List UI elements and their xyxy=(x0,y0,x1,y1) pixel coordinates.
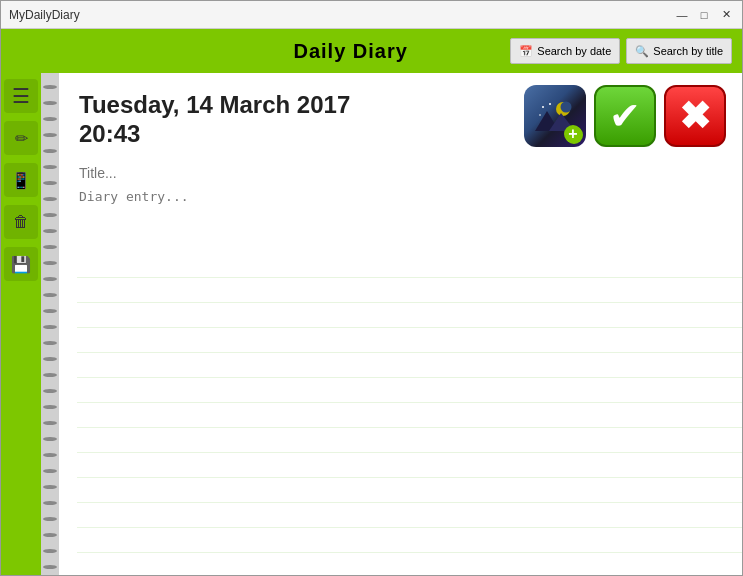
close-button[interactable]: ✕ xyxy=(718,7,734,23)
spiral-ring xyxy=(43,469,57,473)
spiral-ring xyxy=(43,485,57,489)
ruled-lines xyxy=(77,253,742,575)
spiral-ring xyxy=(43,165,57,169)
notebook: + ✔ ✖ Tuesday, 14 March 2017 20:43 xyxy=(41,73,742,575)
svg-point-6 xyxy=(549,103,551,105)
phone-icon: 📱 xyxy=(11,171,31,190)
minimize-button[interactable]: — xyxy=(674,7,690,23)
app-name-label: Daily Diary xyxy=(293,40,407,63)
spiral-ring xyxy=(43,501,57,505)
sidebar-trash-button[interactable]: 🗑 xyxy=(4,205,38,239)
sidebar-menu-button[interactable]: ☰ xyxy=(4,79,38,113)
title-input[interactable] xyxy=(79,165,722,181)
maximize-button[interactable]: □ xyxy=(696,7,712,23)
checkmark-icon: ✔ xyxy=(609,97,641,135)
sidebar-phone-button[interactable]: 📱 xyxy=(4,163,38,197)
titlebar: MyDailyDiary — □ ✕ xyxy=(1,1,742,29)
action-icons: + ✔ ✖ xyxy=(524,85,726,147)
photo-icon-inner: + xyxy=(524,85,586,147)
sidebar: ☰ ✏ 📱 🗑 💾 xyxy=(1,73,41,575)
app-title: MyDailyDiary xyxy=(9,8,80,22)
hamburger-icon: ☰ xyxy=(12,84,30,108)
spiral-ring xyxy=(43,421,57,425)
spiral-ring xyxy=(43,389,57,393)
sidebar-save-button[interactable]: 💾 xyxy=(4,247,38,281)
trash-icon: 🗑 xyxy=(13,213,29,231)
svg-point-2 xyxy=(561,102,572,113)
add-photo-button[interactable]: + xyxy=(524,85,586,147)
plus-badge: + xyxy=(565,126,583,144)
search-by-date-button[interactable]: 📅 Search by date xyxy=(510,38,620,64)
spiral-ring xyxy=(43,181,57,185)
spiral-ring xyxy=(43,357,57,361)
save-icon: 💾 xyxy=(11,255,31,274)
window-controls: — □ ✕ xyxy=(674,7,734,23)
diary-page: + ✔ ✖ Tuesday, 14 March 2017 20:43 xyxy=(59,73,742,575)
spiral-ring xyxy=(43,565,57,569)
spiral-binding xyxy=(41,73,59,575)
spiral-ring xyxy=(43,325,57,329)
spiral-ring xyxy=(43,261,57,265)
search-icon: 🔍 xyxy=(635,45,649,58)
spiral-ring xyxy=(43,245,57,249)
search-by-title-label: Search by title xyxy=(653,45,723,57)
spiral-ring xyxy=(43,85,57,89)
spiral-ring xyxy=(43,277,57,281)
edit-icon: ✏ xyxy=(15,129,28,148)
spiral-ring xyxy=(43,309,57,313)
svg-point-5 xyxy=(542,106,544,108)
calendar-icon: 📅 xyxy=(519,45,533,58)
spiral-ring xyxy=(43,373,57,377)
spiral-ring xyxy=(43,437,57,441)
spiral-ring xyxy=(43,133,57,137)
x-icon: ✖ xyxy=(679,97,711,135)
spiral-ring xyxy=(43,517,57,521)
spiral-ring xyxy=(43,117,57,121)
spiral-ring xyxy=(43,549,57,553)
sidebar-edit-button[interactable]: ✏ xyxy=(4,121,38,155)
spiral-ring xyxy=(43,101,57,105)
confirm-button[interactable]: ✔ xyxy=(594,85,656,147)
search-by-title-button[interactable]: 🔍 Search by title xyxy=(626,38,732,64)
toolbar: Daily Diary 📅 Search by date 🔍 Search by… xyxy=(1,29,742,73)
svg-point-7 xyxy=(539,114,541,116)
spiral-ring xyxy=(43,197,57,201)
spiral-ring xyxy=(43,293,57,297)
spiral-ring xyxy=(43,213,57,217)
toolbar-right: 📅 Search by date 🔍 Search by title xyxy=(510,38,732,64)
search-by-date-label: Search by date xyxy=(537,45,611,57)
spiral-ring xyxy=(43,149,57,153)
spiral-ring xyxy=(43,341,57,345)
spiral-ring xyxy=(43,405,57,409)
main-content: ☰ ✏ 📱 🗑 💾 xyxy=(1,73,742,575)
cancel-button[interactable]: ✖ xyxy=(664,85,726,147)
app-window: MyDailyDiary — □ ✕ Daily Diary 📅 Search … xyxy=(0,0,743,576)
landscape-icon xyxy=(535,101,575,131)
spiral-ring xyxy=(43,453,57,457)
spiral-ring xyxy=(43,533,57,537)
spiral-ring xyxy=(43,229,57,233)
